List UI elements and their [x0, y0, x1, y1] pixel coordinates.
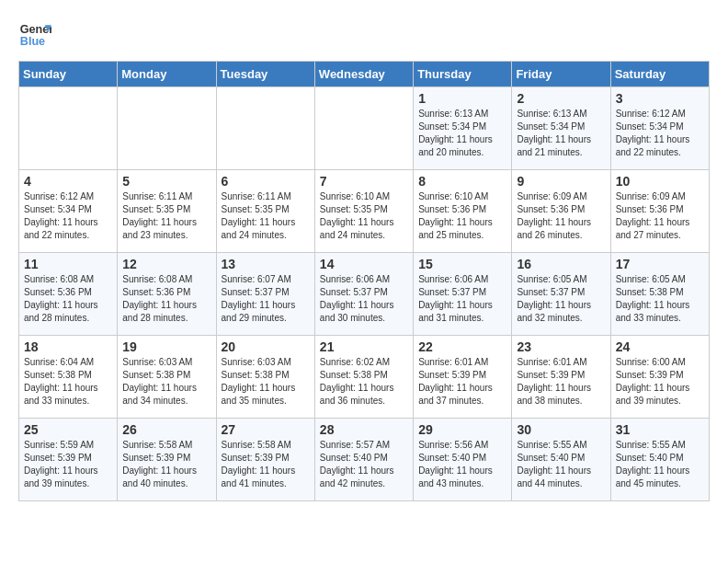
- day-info: Sunrise: 6:06 AM Sunset: 5:37 PM Dayligh…: [418, 273, 506, 325]
- day-info: Sunrise: 6:09 AM Sunset: 5:36 PM Dayligh…: [616, 190, 704, 242]
- day-info: Sunrise: 6:03 AM Sunset: 5:38 PM Dayligh…: [122, 356, 210, 408]
- weekday-header-monday: Monday: [118, 62, 216, 87]
- day-info: Sunrise: 6:05 AM Sunset: 5:37 PM Dayligh…: [517, 273, 605, 325]
- day-number: 28: [320, 422, 408, 437]
- calendar-cell: 9Sunrise: 6:09 AM Sunset: 5:36 PM Daylig…: [512, 170, 610, 253]
- day-number: 30: [517, 422, 605, 437]
- calendar-cell: [314, 87, 413, 170]
- day-number: 4: [24, 174, 112, 189]
- weekday-header-sunday: Sunday: [19, 62, 118, 87]
- day-info: Sunrise: 6:11 AM Sunset: 5:35 PM Dayligh…: [122, 190, 210, 242]
- day-info: Sunrise: 6:01 AM Sunset: 5:39 PM Dayligh…: [517, 356, 605, 408]
- day-number: 26: [122, 422, 210, 437]
- day-info: Sunrise: 6:13 AM Sunset: 5:34 PM Dayligh…: [517, 108, 605, 159]
- calendar-cell: [19, 87, 118, 170]
- day-info: Sunrise: 6:08 AM Sunset: 5:36 PM Dayligh…: [24, 273, 112, 325]
- calendar-cell: 30Sunrise: 5:55 AM Sunset: 5:40 PM Dayli…: [512, 419, 610, 501]
- day-info: Sunrise: 6:00 AM Sunset: 5:39 PM Dayligh…: [616, 356, 704, 408]
- day-info: Sunrise: 5:55 AM Sunset: 5:40 PM Dayligh…: [517, 439, 605, 490]
- day-info: Sunrise: 6:08 AM Sunset: 5:36 PM Dayligh…: [122, 273, 210, 325]
- day-info: Sunrise: 5:56 AM Sunset: 5:40 PM Dayligh…: [418, 439, 506, 490]
- calendar-cell: 17Sunrise: 6:05 AM Sunset: 5:38 PM Dayli…: [610, 253, 709, 336]
- day-info: Sunrise: 5:55 AM Sunset: 5:40 PM Dayligh…: [616, 439, 704, 490]
- day-number: 10: [616, 174, 704, 189]
- calendar-cell: 1Sunrise: 6:13 AM Sunset: 5:34 PM Daylig…: [414, 87, 512, 170]
- day-number: 11: [24, 257, 112, 271]
- day-number: 5: [122, 174, 210, 189]
- day-info: Sunrise: 6:10 AM Sunset: 5:36 PM Dayligh…: [418, 190, 506, 242]
- day-number: 24: [616, 339, 704, 354]
- day-info: Sunrise: 6:11 AM Sunset: 5:35 PM Dayligh…: [222, 190, 310, 242]
- calendar-week-2: 4Sunrise: 6:12 AM Sunset: 5:34 PM Daylig…: [19, 170, 710, 253]
- weekday-header-tuesday: Tuesday: [216, 62, 314, 87]
- calendar-cell: 7Sunrise: 6:10 AM Sunset: 5:35 PM Daylig…: [314, 170, 413, 253]
- calendar-cell: 6Sunrise: 6:11 AM Sunset: 5:35 PM Daylig…: [216, 170, 314, 253]
- day-number: 3: [616, 91, 704, 106]
- logo-icon: General Blue: [18, 18, 51, 52]
- calendar-cell: 22Sunrise: 6:01 AM Sunset: 5:39 PM Dayli…: [414, 336, 512, 419]
- day-number: 15: [418, 257, 506, 271]
- calendar-week-5: 25Sunrise: 5:59 AM Sunset: 5:39 PM Dayli…: [19, 419, 710, 501]
- day-number: 27: [222, 422, 310, 437]
- day-info: Sunrise: 5:58 AM Sunset: 5:39 PM Dayligh…: [222, 439, 310, 490]
- calendar-cell: 14Sunrise: 6:06 AM Sunset: 5:37 PM Dayli…: [314, 253, 413, 336]
- calendar-cell: 26Sunrise: 5:58 AM Sunset: 5:39 PM Dayli…: [118, 419, 216, 501]
- day-info: Sunrise: 6:03 AM Sunset: 5:38 PM Dayligh…: [222, 356, 310, 408]
- calendar-cell: 13Sunrise: 6:07 AM Sunset: 5:37 PM Dayli…: [216, 253, 314, 336]
- calendar-cell: 15Sunrise: 6:06 AM Sunset: 5:37 PM Dayli…: [414, 253, 512, 336]
- calendar-cell: 19Sunrise: 6:03 AM Sunset: 5:38 PM Dayli…: [118, 336, 216, 419]
- calendar-cell: 20Sunrise: 6:03 AM Sunset: 5:38 PM Dayli…: [216, 336, 314, 419]
- day-number: 7: [320, 174, 408, 189]
- calendar-cell: 24Sunrise: 6:00 AM Sunset: 5:39 PM Dayli…: [610, 336, 709, 419]
- day-info: Sunrise: 6:02 AM Sunset: 5:38 PM Dayligh…: [320, 356, 408, 408]
- day-number: 29: [418, 422, 506, 437]
- day-number: 14: [320, 257, 408, 271]
- day-info: Sunrise: 5:59 AM Sunset: 5:39 PM Dayligh…: [24, 439, 112, 490]
- weekday-header-thursday: Thursday: [414, 62, 512, 87]
- day-number: 17: [616, 257, 704, 271]
- day-number: 19: [122, 339, 210, 354]
- day-info: Sunrise: 5:57 AM Sunset: 5:40 PM Dayligh…: [320, 439, 408, 490]
- day-info: Sunrise: 6:06 AM Sunset: 5:37 PM Dayligh…: [320, 273, 408, 325]
- day-number: 6: [222, 174, 310, 189]
- day-info: Sunrise: 6:12 AM Sunset: 5:34 PM Dayligh…: [616, 108, 704, 159]
- calendar-cell: 3Sunrise: 6:12 AM Sunset: 5:34 PM Daylig…: [610, 87, 709, 170]
- calendar-cell: 18Sunrise: 6:04 AM Sunset: 5:38 PM Dayli…: [19, 336, 118, 419]
- day-number: 9: [517, 174, 605, 189]
- day-number: 20: [222, 339, 310, 354]
- calendar-cell: 8Sunrise: 6:10 AM Sunset: 5:36 PM Daylig…: [414, 170, 512, 253]
- calendar-cell: 16Sunrise: 6:05 AM Sunset: 5:37 PM Dayli…: [512, 253, 610, 336]
- calendar-cell: 4Sunrise: 6:12 AM Sunset: 5:34 PM Daylig…: [19, 170, 118, 253]
- day-info: Sunrise: 6:13 AM Sunset: 5:34 PM Dayligh…: [418, 108, 506, 159]
- calendar-week-3: 11Sunrise: 6:08 AM Sunset: 5:36 PM Dayli…: [19, 253, 710, 336]
- calendar-cell: 28Sunrise: 5:57 AM Sunset: 5:40 PM Dayli…: [314, 419, 413, 501]
- weekday-header-wednesday: Wednesday: [314, 62, 413, 87]
- weekday-header-friday: Friday: [512, 62, 610, 87]
- calendar-cell: 12Sunrise: 6:08 AM Sunset: 5:36 PM Dayli…: [118, 253, 216, 336]
- day-number: 31: [616, 422, 704, 437]
- day-number: 21: [320, 339, 408, 354]
- day-info: Sunrise: 6:10 AM Sunset: 5:35 PM Dayligh…: [320, 190, 408, 242]
- header: General Blue: [18, 18, 710, 52]
- calendar-cell: 31Sunrise: 5:55 AM Sunset: 5:40 PM Dayli…: [610, 419, 709, 501]
- logo: General Blue: [18, 18, 51, 52]
- calendar-cell: 27Sunrise: 5:58 AM Sunset: 5:39 PM Dayli…: [216, 419, 314, 501]
- calendar-cell: 2Sunrise: 6:13 AM Sunset: 5:34 PM Daylig…: [512, 87, 610, 170]
- day-number: 23: [517, 339, 605, 354]
- svg-text:Blue: Blue: [20, 35, 45, 48]
- calendar-cell: 10Sunrise: 6:09 AM Sunset: 5:36 PM Dayli…: [610, 170, 709, 253]
- day-info: Sunrise: 6:07 AM Sunset: 5:37 PM Dayligh…: [222, 273, 310, 325]
- calendar-cell: 23Sunrise: 6:01 AM Sunset: 5:39 PM Dayli…: [512, 336, 610, 419]
- day-info: Sunrise: 6:05 AM Sunset: 5:38 PM Dayligh…: [616, 273, 704, 325]
- day-number: 22: [418, 339, 506, 354]
- calendar-week-4: 18Sunrise: 6:04 AM Sunset: 5:38 PM Dayli…: [19, 336, 710, 419]
- calendar-cell: 29Sunrise: 5:56 AM Sunset: 5:40 PM Dayli…: [414, 419, 512, 501]
- calendar-week-1: 1Sunrise: 6:13 AM Sunset: 5:34 PM Daylig…: [19, 87, 710, 170]
- day-number: 13: [222, 257, 310, 271]
- weekday-header-saturday: Saturday: [610, 62, 709, 87]
- calendar-cell: 21Sunrise: 6:02 AM Sunset: 5:38 PM Dayli…: [314, 336, 413, 419]
- calendar-cell: 5Sunrise: 6:11 AM Sunset: 5:35 PM Daylig…: [118, 170, 216, 253]
- day-number: 8: [418, 174, 506, 189]
- day-info: Sunrise: 6:09 AM Sunset: 5:36 PM Dayligh…: [517, 190, 605, 242]
- day-info: Sunrise: 6:04 AM Sunset: 5:38 PM Dayligh…: [24, 356, 112, 408]
